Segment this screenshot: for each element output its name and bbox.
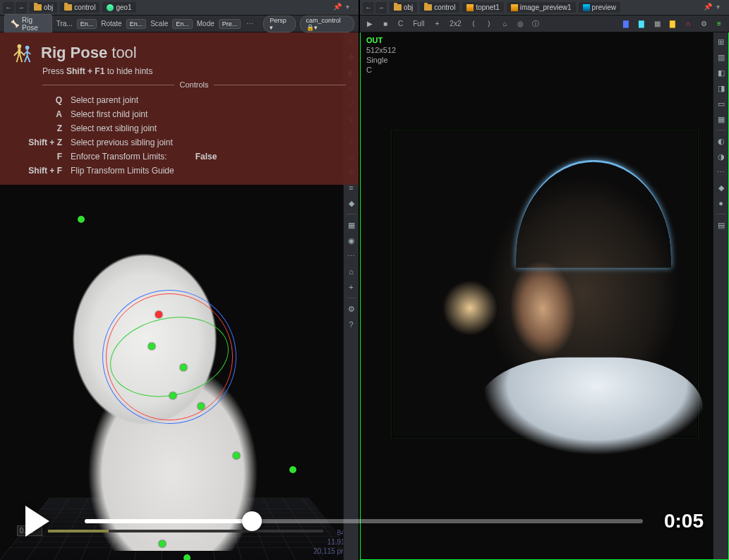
- image-viewer-side-toolbar: ⊞▥◧◨▭▦◐◑⋯◆●▤: [713, 32, 728, 559]
- vtool-btn-7[interactable]: ◑: [715, 150, 728, 163]
- tool-hint-panel: Rig Pose tool Press Shift + F1 to hide h…: [0, 32, 359, 185]
- prev-icon[interactable]: ⟨: [468, 18, 479, 30]
- vtool-btn-11[interactable]: ▤: [715, 219, 728, 231]
- target-icon[interactable]: ◎: [514, 18, 526, 30]
- svg-point-2: [25, 46, 30, 50]
- shelf-tab[interactable]: Tra...: [56, 20, 73, 28]
- stop-icon[interactable]: ■: [380, 18, 391, 30]
- vtool-btn-0[interactable]: ⊞: [715, 35, 728, 48]
- nav-back-button[interactable]: ←: [3, 2, 14, 13]
- hint-title: Rig Pose: [41, 44, 107, 61]
- pin-icon[interactable]: 📌: [704, 3, 713, 13]
- zoom-icon[interactable]: +: [431, 18, 442, 30]
- vtool-btn-3[interactable]: ◨: [715, 82, 728, 95]
- left-shelf: 🦴 Rig Pose Tra... En... Rotate En... Sca…: [0, 16, 359, 32]
- vtool-btn-12[interactable]: ◉: [345, 234, 358, 247]
- video-timecode: 0:05: [664, 510, 704, 532]
- vtool-btn-2[interactable]: ◧: [715, 66, 728, 79]
- nav-forward-button[interactable]: →: [375, 2, 387, 13]
- vtool-btn-8[interactable]: ⋯: [715, 166, 728, 178]
- geo-icon: [107, 4, 114, 11]
- crumb-label: control: [74, 4, 95, 11]
- folder-icon: [64, 4, 72, 11]
- gear-icon[interactable]: ⚙: [698, 18, 709, 30]
- vtool-btn-17[interactable]: ?: [345, 318, 358, 331]
- crumb-topnet1[interactable]: topnet1: [462, 2, 503, 13]
- svg-rect-1: [18, 48, 21, 54]
- tool-rig-pose[interactable]: 🦴 Rig Pose: [4, 14, 52, 34]
- hint-table: QSelect parent joint ASelect first child…: [25, 93, 346, 178]
- image-viewer[interactable]: OUT 512x512 Single C ⊞▥◧◨▭▦◐◑⋯◆●▤: [360, 32, 729, 560]
- vtool-btn-16[interactable]: ⚙: [345, 303, 358, 315]
- video-controls-overlay: 0:05: [0, 497, 729, 546]
- crumb-geo1[interactable]: geo1: [102, 2, 135, 13]
- vtool-btn-5[interactable]: ▦: [715, 113, 728, 126]
- tool-label: Rig Pose: [22, 16, 46, 32]
- crumb-image-preview1[interactable]: image_preview1: [507, 2, 576, 13]
- rig-pose-icon: 🦴: [11, 20, 19, 28]
- shelf-tab[interactable]: Rotate: [101, 20, 121, 28]
- info-icon[interactable]: ⓘ: [530, 18, 541, 30]
- vtool-btn-11[interactable]: ▦: [345, 219, 358, 231]
- vtool-btn-1[interactable]: ▥: [715, 51, 728, 63]
- render-output-image: [392, 130, 698, 437]
- crumb-obj[interactable]: obj: [30, 2, 57, 13]
- help-icon[interactable]: ≡: [713, 18, 725, 30]
- shelf-tab[interactable]: Scale: [150, 20, 168, 28]
- color-r-icon[interactable]: ▇: [620, 18, 632, 30]
- crumb-label: obj: [44, 4, 53, 11]
- crumb-obj[interactable]: obj: [390, 2, 417, 13]
- panel-menu-icon[interactable]: ▾: [716, 3, 726, 13]
- magnet-icon[interactable]: ∩: [682, 18, 694, 30]
- folder-icon: [34, 4, 42, 11]
- vtool-btn-6[interactable]: ◐: [715, 135, 728, 147]
- next-icon[interactable]: ⟩: [483, 18, 495, 30]
- crumb-control[interactable]: control: [60, 2, 100, 13]
- vtool-btn-10[interactable]: ◆: [345, 197, 358, 209]
- panel-menu-icon[interactable]: ▾: [346, 3, 356, 13]
- crumb-control[interactable]: control: [420, 2, 459, 13]
- pick-icon[interactable]: ▇: [667, 18, 678, 30]
- scene-viewport[interactable]: Rig Pose tool Press Shift + F1 to hide h…: [0, 32, 359, 560]
- shelf-tab[interactable]: En...: [126, 19, 147, 29]
- channel-display[interactable]: C: [395, 20, 406, 28]
- expand-shelf-icon[interactable]: ⋯: [245, 18, 255, 30]
- controls-heading: Controls: [180, 80, 209, 89]
- grid-mode[interactable]: 2x2: [447, 20, 464, 28]
- vtool-btn-9[interactable]: ◆: [715, 181, 728, 194]
- shelf-tab[interactable]: Mode: [197, 20, 215, 28]
- nav-back-button[interactable]: ←: [363, 2, 374, 13]
- view-menu[interactable]: Persp ▾: [263, 16, 295, 32]
- video-progress-bar[interactable]: [85, 519, 643, 523]
- crumb-label: geo1: [116, 4, 131, 11]
- shelf-tab[interactable]: En...: [77, 19, 97, 29]
- pin-icon[interactable]: 📌: [333, 3, 343, 13]
- play-button[interactable]: [25, 506, 49, 537]
- home-icon[interactable]: ⌂: [499, 18, 510, 30]
- crumb-preview[interactable]: preview: [579, 2, 620, 13]
- hint-title-suffix: tool: [112, 44, 136, 61]
- right-pane: ← → obj control topnet1 image_preview1 p…: [360, 0, 729, 560]
- vtool-btn-4[interactable]: ▭: [715, 97, 728, 110]
- alpha-icon[interactable]: ▦: [651, 18, 663, 30]
- fit-mode[interactable]: Full: [410, 20, 427, 28]
- rig-pose-icon: [13, 42, 34, 63]
- vtool-btn-13[interactable]: ⋯: [345, 250, 358, 262]
- nav-forward-button[interactable]: →: [16, 2, 27, 13]
- color-g-icon[interactable]: ▇: [636, 18, 647, 30]
- svg-point-0: [18, 44, 22, 49]
- left-pane: ← → obj control geo1 📌 ▾ 🦴 Rig Pose Tra.…: [0, 0, 360, 560]
- render-icon[interactable]: ▶: [364, 18, 375, 30]
- vtool-btn-14[interactable]: ⌂: [345, 265, 358, 278]
- right-path-bar: ← → obj control topnet1 image_preview1 p…: [360, 0, 729, 16]
- vtool-btn-10[interactable]: ●: [715, 197, 728, 209]
- left-path-bar: ← → obj control geo1 📌 ▾: [0, 0, 359, 16]
- shelf-tab[interactable]: En...: [172, 19, 193, 29]
- vtool-btn-15[interactable]: +: [345, 281, 358, 293]
- image-meta: OUT 512x512 Single C: [366, 35, 396, 75]
- camera-menu[interactable]: cam_control 🔒▾: [300, 16, 354, 32]
- shelf-tab[interactable]: Pre...: [219, 19, 241, 29]
- progress-thumb[interactable]: [242, 511, 262, 531]
- image-viewer-toolbar: ▶ ■ C Full + 2x2 ⟨ ⟩ ⌂ ◎ ⓘ ▇ ▇ ▦ ▇ ∩ ⚙ ≡: [360, 16, 729, 32]
